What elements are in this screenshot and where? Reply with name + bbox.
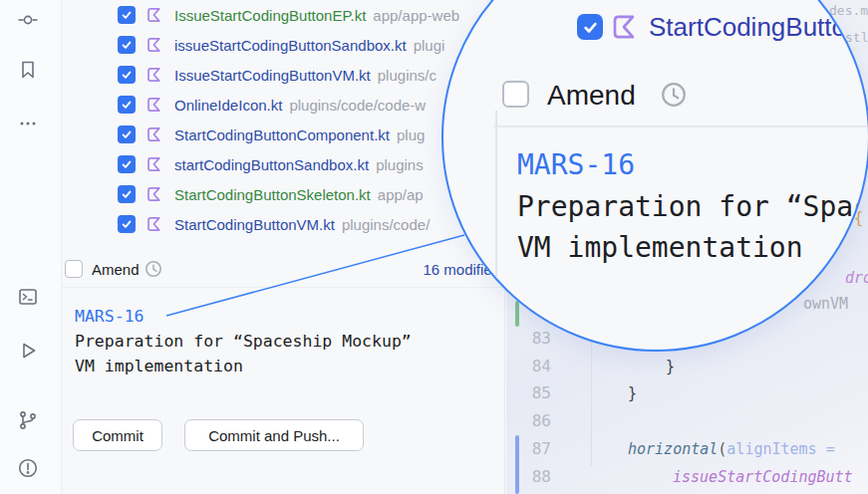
changed-file-row[interactable]: IssueStartCodingButtonVM.kt plugins/c bbox=[62, 60, 505, 90]
bookmarks-icon[interactable] bbox=[17, 59, 39, 81]
line-number: 84 bbox=[521, 353, 551, 380]
file-checkbox[interactable] bbox=[118, 96, 136, 114]
version-control-icon[interactable] bbox=[17, 409, 39, 431]
file-path: plug bbox=[397, 126, 425, 143]
code-line: } bbox=[666, 353, 675, 380]
file-checkbox[interactable] bbox=[118, 185, 136, 203]
file-path: app/app-web bbox=[373, 7, 459, 24]
file-path: plugi bbox=[414, 37, 445, 54]
kotlin-file-icon bbox=[145, 66, 163, 84]
code-fragment: ownVM bbox=[803, 295, 848, 313]
line-number: 87 bbox=[521, 435, 551, 463]
changed-file-row[interactable]: OnlineIdeIcon.kt plugins/code/code-w bbox=[62, 90, 505, 120]
file-checkbox[interactable] bbox=[118, 36, 136, 54]
gutter-added-marker bbox=[515, 301, 519, 327]
file-name: IssueStartCodingButtonVM.kt bbox=[174, 67, 371, 84]
file-checkbox[interactable] bbox=[118, 6, 136, 24]
changed-file-row[interactable]: StartCodingButtonVM.kt plugins/code/ bbox=[62, 209, 505, 239]
file-name: OnlineIdeIcon.kt bbox=[174, 97, 282, 114]
tool-window-stripe bbox=[0, 0, 62, 494]
file-path: plugins/code/code-w bbox=[289, 97, 426, 114]
problems-icon[interactable] bbox=[17, 457, 39, 479]
kotlin-file-icon bbox=[145, 125, 163, 143]
file-path: plugins bbox=[376, 156, 424, 173]
file-checkbox[interactable] bbox=[118, 125, 136, 143]
kotlin-file-icon bbox=[145, 155, 163, 173]
more-tool-windows-icon[interactable] bbox=[17, 113, 39, 134]
code-line: issueStartCodingButt bbox=[673, 463, 853, 491]
run-icon[interactable] bbox=[17, 340, 39, 362]
kotlin-file-icon bbox=[145, 96, 163, 114]
amend-checkbox[interactable] bbox=[65, 260, 83, 278]
lens-panel-border bbox=[495, 111, 497, 300]
code-line: horizontal(alignItems = bbox=[628, 435, 844, 463]
kotlin-file-icon bbox=[145, 36, 163, 54]
file-path: plugins/code/ bbox=[342, 216, 430, 233]
code-token: horizontal bbox=[628, 440, 718, 458]
amend-label-magnified: Amend bbox=[547, 80, 636, 112]
code-fragment: stl bbox=[845, 30, 868, 45]
code-fragment: dro bbox=[845, 269, 868, 287]
file-name: issueStartCodingButtonSandbox.kt bbox=[174, 37, 407, 54]
commit-message-editor[interactable]: MARS-16 Preparation for “Spaceship Mocku… bbox=[62, 288, 505, 407]
commit-message-line: Preparation for “Spaceship Mockup” bbox=[75, 332, 412, 351]
changed-file-row[interactable]: IssueStartCodingButtonEP.kt app/app-web bbox=[62, 0, 505, 30]
amend-label: Amend bbox=[92, 261, 140, 278]
changed-file-row[interactable]: startCodingButtonSandbox.kt plugins bbox=[62, 149, 505, 179]
commit-icon[interactable] bbox=[17, 9, 39, 31]
indent-guide bbox=[591, 329, 592, 466]
file-path: app/ap bbox=[378, 186, 424, 203]
commit-message-issue: MARS-16 bbox=[75, 307, 145, 326]
file-name: StartCodingButtonSkeleton.kt bbox=[174, 186, 371, 203]
kotlin-file-icon bbox=[145, 6, 163, 24]
changed-file-row[interactable]: issueStartCodingButtonSandbox.kt plugi bbox=[62, 30, 505, 60]
line-number: 86 bbox=[521, 407, 551, 435]
file-name: startCodingButtonSandbox.kt bbox=[174, 156, 369, 173]
code-fragment: des.m bbox=[829, 3, 868, 18]
code-line: } bbox=[628, 379, 637, 407]
amend-checkbox-magnified bbox=[502, 81, 529, 108]
commit-history-icon-magnified bbox=[659, 80, 689, 114]
code-token: ( bbox=[718, 440, 726, 458]
file-name: StartCodingButtonVM.kt bbox=[174, 216, 335, 233]
terminal-icon[interactable] bbox=[17, 286, 39, 308]
line-number: 85 bbox=[521, 379, 551, 407]
file-checkbox[interactable] bbox=[118, 155, 136, 173]
file-checkbox[interactable] bbox=[118, 215, 136, 233]
ide-window: IssueStartCodingButtonEP.kt app/app-web … bbox=[0, 0, 868, 494]
gutter-changed-marker bbox=[515, 435, 519, 494]
line-number: 83 bbox=[521, 325, 551, 353]
file-checkbox[interactable] bbox=[118, 66, 136, 84]
changed-file-row[interactable]: StartCodingButtonSkeleton.kt app/ap bbox=[62, 179, 505, 209]
lens-divider bbox=[493, 125, 868, 127]
commit-message-line-magnified: Preparation for “Spaceship Mockup” bbox=[517, 190, 868, 223]
changed-file-row[interactable]: StartCodingButtonComponent.kt plug bbox=[62, 120, 505, 149]
kotlin-file-icon-magnified bbox=[610, 12, 640, 46]
commit-button[interactable]: Commit bbox=[73, 419, 162, 451]
file-name: StartCodingButtonComponent.kt bbox=[174, 126, 390, 143]
line-number: 88 bbox=[521, 463, 551, 491]
kotlin-file-icon bbox=[145, 185, 163, 203]
commit-message-line: VM implementation bbox=[75, 357, 243, 375]
file-checkbox-magnified bbox=[577, 14, 603, 40]
commit-and-push-button[interactable]: Commit and Push... bbox=[184, 419, 364, 451]
commit-history-icon[interactable] bbox=[144, 259, 163, 283]
code-token: alignItems = bbox=[726, 440, 843, 458]
commit-message-line-magnified: VM implementation bbox=[517, 231, 803, 264]
file-name: IssueStartCodingButtonEP.kt bbox=[174, 7, 366, 24]
kotlin-file-icon bbox=[145, 215, 163, 233]
commit-message-issue-magnified: MARS-16 bbox=[517, 148, 635, 181]
file-path: plugins/c bbox=[378, 67, 436, 84]
